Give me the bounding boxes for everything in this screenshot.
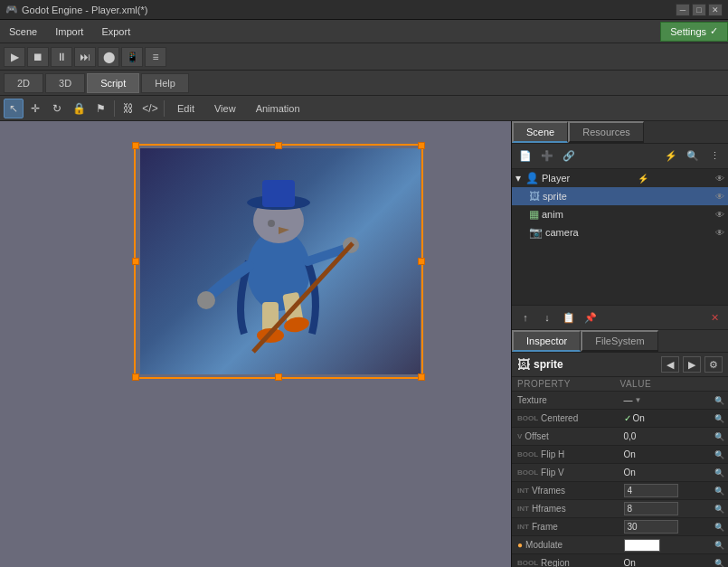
color-swatch[interactable] <box>624 539 660 552</box>
tab-3d[interactable]: 3D <box>45 73 85 93</box>
inspector-prev-btn[interactable]: ◀ <box>661 356 679 373</box>
vframes-label: Vframes <box>532 486 565 496</box>
hframes-value[interactable]: 🔍 <box>620 500 729 517</box>
scene-add-btn[interactable]: 📄 <box>515 147 535 165</box>
hframes-search-icon[interactable]: 🔍 <box>714 505 724 514</box>
node-name: sprite <box>534 358 657 371</box>
region-search-icon[interactable]: 🔍 <box>714 559 724 568</box>
skip-forward-button[interactable]: ⏭ <box>74 47 96 67</box>
frame-search-icon[interactable]: 🔍 <box>714 523 724 532</box>
record-button[interactable]: ⬤ <box>98 47 119 67</box>
fliph-search-icon[interactable]: 🔍 <box>714 450 724 459</box>
texture-value[interactable]: — ▼ 🔍 <box>620 393 729 407</box>
canvas-toolbar: ↖ ✛ ↻ 🔒 ⚑ ⛓ </> Edit View Animation <box>0 96 728 121</box>
texture-search-icon[interactable]: 🔍 <box>714 396 724 405</box>
inspector-settings-btn[interactable]: ⚙ <box>704 356 723 373</box>
vframes-value[interactable]: 🔍 <box>620 482 729 499</box>
minimize-button[interactable]: ─ <box>676 4 690 16</box>
handle-top-center[interactable] <box>275 142 282 149</box>
modulate-search-icon[interactable]: 🔍 <box>714 541 724 550</box>
handle-middle-left[interactable] <box>132 258 139 265</box>
resources-tab[interactable]: Resources <box>568 121 644 143</box>
menu-button[interactable]: ≡ <box>145 47 166 67</box>
scene-close-btn[interactable]: ✕ <box>704 308 724 326</box>
handle-middle-right[interactable] <box>418 258 425 265</box>
frame-value[interactable]: 🔍 <box>620 518 729 535</box>
handle-bottom-left[interactable] <box>132 373 139 381</box>
menu-bar: Scene Import Export Settings ✓ <box>0 20 728 43</box>
flipv-search-icon[interactable]: 🔍 <box>714 468 724 477</box>
region-value[interactable]: On 🔍 <box>620 556 729 567</box>
toolbar-sep-1 <box>114 100 115 117</box>
property-row-region: BOOL Region On 🔍 <box>512 554 728 567</box>
region-label: Region <box>541 558 570 567</box>
window-controls[interactable]: ─ □ ✕ <box>676 4 723 16</box>
scene-copy-btn[interactable]: 📋 <box>559 308 579 326</box>
flag-tool[interactable]: ⚑ <box>90 99 110 118</box>
fliph-value[interactable]: On 🔍 <box>620 448 729 461</box>
window-title: Godot Engine - Player.xml(*) <box>22 5 676 15</box>
title-bar: 🎮 Godot Engine - Player.xml(*) ─ □ ✕ <box>0 0 728 20</box>
frame-label: Frame <box>532 522 558 532</box>
deploy-button[interactable]: 📱 <box>121 47 143 67</box>
handle-bottom-center[interactable] <box>275 373 282 381</box>
menu-export[interactable]: Export <box>92 20 139 43</box>
tree-item-player[interactable]: ▾ 👤 Player ⚡ 👁 <box>512 169 728 187</box>
scene-instance-btn[interactable]: 🔗 <box>559 147 579 165</box>
scene-filter-btn[interactable]: 🔍 <box>683 147 703 165</box>
settings-button[interactable]: Settings ✓ <box>660 22 728 42</box>
inspector-next-btn[interactable]: ▶ <box>683 356 701 373</box>
centered-value[interactable]: ✓ On 🔍 <box>620 411 729 425</box>
maximize-button[interactable]: □ <box>692 4 706 16</box>
scene-down-btn[interactable]: ↓ <box>537 308 557 326</box>
hframes-input[interactable] <box>624 502 678 515</box>
link-tool[interactable]: ⛓ <box>118 99 138 118</box>
modulate-value[interactable]: 🔍 <box>620 537 729 553</box>
tab-filesystem[interactable]: FileSystem <box>581 330 657 352</box>
tree-item-anim[interactable]: ▦ anim 👁 <box>512 205 728 223</box>
inspector-header: 🖼 sprite ◀ ▶ ⚙ <box>512 353 728 377</box>
menu-import[interactable]: Import <box>46 20 92 43</box>
canvas-area[interactable] <box>0 121 511 567</box>
scene-add-child-btn[interactable]: ➕ <box>537 147 557 165</box>
lock-tool[interactable]: 🔒 <box>69 99 89 118</box>
edit-menu-btn[interactable]: Edit <box>168 99 203 118</box>
pause-button[interactable]: ⏸ <box>51 47 72 67</box>
tree-item-sprite[interactable]: 🖼 sprite 👁 <box>512 187 728 205</box>
frame-input[interactable] <box>624 520 678 534</box>
scene-more-btn[interactable]: ⋮ <box>704 147 724 165</box>
tab-script[interactable]: Script <box>87 73 139 93</box>
centered-search-icon[interactable]: 🔍 <box>714 414 724 423</box>
animation-menu-btn[interactable]: Animation <box>247 99 309 118</box>
scene-paste-btn[interactable]: 📌 <box>581 308 600 326</box>
move-tool[interactable]: ✛ <box>25 99 45 118</box>
right-panel: Scene Resources 📄 ➕ 🔗 ⚡ 🔍 ⋮ ▾ 👤 Player ⚡… <box>511 121 728 567</box>
offset-value[interactable]: 0,0 🔍 <box>620 430 729 443</box>
play-button[interactable]: ▶ <box>4 47 25 67</box>
scene-tab[interactable]: Scene <box>512 121 568 143</box>
handle-bottom-right[interactable] <box>418 373 425 381</box>
tab-help[interactable]: Help <box>141 73 189 93</box>
menu-scene[interactable]: Scene <box>0 20 46 43</box>
view-menu-btn[interactable]: View <box>205 99 245 118</box>
texture-label: Texture <box>517 395 547 405</box>
vframes-input[interactable] <box>624 484 678 497</box>
handle-top-right[interactable] <box>418 142 425 149</box>
hframes-label: Hframes <box>532 504 566 514</box>
tab-2d[interactable]: 2D <box>4 73 43 93</box>
flipv-value[interactable]: On 🔍 <box>620 466 729 479</box>
close-button[interactable]: ✕ <box>708 4 723 16</box>
stop-button[interactable]: ⏹ <box>27 47 49 67</box>
scene-anim-btn[interactable]: ⚡ <box>661 147 681 165</box>
vframes-search-icon[interactable]: 🔍 <box>714 487 724 496</box>
rotate-tool[interactable]: ↻ <box>47 99 67 118</box>
property-row-fliph: BOOL Flip H On 🔍 <box>512 446 728 464</box>
select-tool[interactable]: ↖ <box>4 99 24 118</box>
code-tool[interactable]: </> <box>140 99 160 118</box>
tab-inspector[interactable]: Inspector <box>512 330 581 352</box>
scene-up-btn[interactable]: ↑ <box>515 308 535 326</box>
offset-search-icon[interactable]: 🔍 <box>714 432 724 441</box>
handle-top-left[interactable] <box>132 142 139 149</box>
tree-item-camera[interactable]: 📷 camera 👁 <box>512 223 728 241</box>
scene-toolbar: 📄 ➕ 🔗 ⚡ 🔍 ⋮ <box>512 144 728 169</box>
